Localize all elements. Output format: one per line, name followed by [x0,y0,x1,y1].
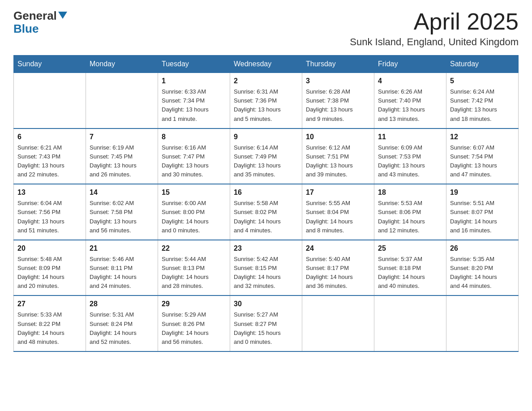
calendar-cell: 14Sunrise: 6:02 AM Sunset: 7:58 PM Dayli… [86,184,158,240]
calendar-week-2: 6Sunrise: 6:21 AM Sunset: 7:43 PM Daylig… [14,128,519,184]
day-number: 13 [17,187,82,198]
day-info: Sunrise: 6:04 AM Sunset: 7:56 PM Dayligh… [17,199,82,235]
calendar-cell [14,73,86,128]
day-info: Sunrise: 5:40 AM Sunset: 8:17 PM Dayligh… [306,255,370,291]
calendar-cell: 2Sunrise: 6:31 AM Sunset: 7:36 PM Daylig… [230,73,302,128]
calendar-cell: 19Sunrise: 5:51 AM Sunset: 8:07 PM Dayli… [446,184,519,240]
day-info: Sunrise: 5:48 AM Sunset: 8:09 PM Dayligh… [17,255,82,291]
calendar-cell: 8Sunrise: 6:16 AM Sunset: 7:47 PM Daylig… [158,128,230,184]
day-number: 8 [162,132,226,142]
day-number: 5 [450,76,515,86]
calendar-cell: 24Sunrise: 5:40 AM Sunset: 8:17 PM Dayli… [302,240,374,296]
calendar-cell: 11Sunrise: 6:09 AM Sunset: 7:53 PM Dayli… [374,128,446,184]
day-number: 17 [306,187,370,198]
calendar-cell: 9Sunrise: 6:14 AM Sunset: 7:49 PM Daylig… [230,128,302,184]
calendar-week-1: 1Sunrise: 6:33 AM Sunset: 7:34 PM Daylig… [14,73,519,128]
day-info: Sunrise: 5:53 AM Sunset: 8:06 PM Dayligh… [378,199,442,235]
calendar-cell: 7Sunrise: 6:19 AM Sunset: 7:45 PM Daylig… [86,128,158,184]
calendar-table: SundayMondayTuesdayWednesdayThursdayFrid… [13,55,519,352]
calendar-week-3: 13Sunrise: 6:04 AM Sunset: 7:56 PM Dayli… [14,184,519,240]
day-number: 7 [90,132,154,142]
day-info: Sunrise: 5:42 AM Sunset: 8:15 PM Dayligh… [234,255,298,291]
logo-general-text: General [13,9,57,23]
day-number: 26 [450,243,515,254]
calendar-header-row: SundayMondayTuesdayWednesdayThursdayFrid… [14,56,519,73]
calendar-cell: 25Sunrise: 5:37 AM Sunset: 8:18 PM Dayli… [374,240,446,296]
calendar-cell: 3Sunrise: 6:28 AM Sunset: 7:38 PM Daylig… [302,73,374,128]
day-info: Sunrise: 5:35 AM Sunset: 8:20 PM Dayligh… [450,255,515,291]
calendar-cell: 5Sunrise: 6:24 AM Sunset: 7:42 PM Daylig… [446,73,519,128]
day-info: Sunrise: 5:55 AM Sunset: 8:04 PM Dayligh… [306,199,370,235]
day-number: 25 [378,243,442,254]
day-info: Sunrise: 6:00 AM Sunset: 8:00 PM Dayligh… [162,199,226,235]
day-info: Sunrise: 6:21 AM Sunset: 7:43 PM Dayligh… [17,143,82,180]
day-info: Sunrise: 6:07 AM Sunset: 7:54 PM Dayligh… [450,143,515,180]
calendar-cell: 15Sunrise: 6:00 AM Sunset: 8:00 PM Dayli… [158,184,230,240]
day-info: Sunrise: 6:12 AM Sunset: 7:51 PM Dayligh… [306,143,370,180]
page-header: General Blue April 2025 Sunk Island, Eng… [13,9,519,48]
calendar-header-wednesday: Wednesday [230,56,302,73]
day-info: Sunrise: 6:28 AM Sunset: 7:38 PM Dayligh… [306,87,370,124]
day-number: 15 [162,187,226,198]
calendar-header-friday: Friday [374,56,446,73]
day-info: Sunrise: 5:58 AM Sunset: 8:02 PM Dayligh… [234,199,298,235]
day-info: Sunrise: 6:24 AM Sunset: 7:42 PM Dayligh… [450,87,515,124]
calendar-cell: 22Sunrise: 5:44 AM Sunset: 8:13 PM Dayli… [158,240,230,296]
calendar-cell: 21Sunrise: 5:46 AM Sunset: 8:11 PM Dayli… [86,240,158,296]
day-number: 11 [378,132,442,142]
day-number: 23 [234,243,298,254]
day-info: Sunrise: 5:37 AM Sunset: 8:18 PM Dayligh… [378,255,442,291]
calendar-header-saturday: Saturday [446,56,519,73]
calendar-cell: 27Sunrise: 5:33 AM Sunset: 8:22 PM Dayli… [14,295,86,351]
calendar-cell [446,295,519,351]
calendar-cell: 28Sunrise: 5:31 AM Sunset: 8:24 PM Dayli… [86,295,158,351]
day-number: 24 [306,243,370,254]
day-number: 4 [378,76,442,86]
calendar-header-monday: Monday [86,56,158,73]
logo-triangle-icon [58,12,67,19]
calendar-cell: 16Sunrise: 5:58 AM Sunset: 8:02 PM Dayli… [230,184,302,240]
day-number: 18 [378,187,442,198]
day-number: 1 [162,76,226,86]
calendar-cell: 17Sunrise: 5:55 AM Sunset: 8:04 PM Dayli… [302,184,374,240]
calendar-header-thursday: Thursday [302,56,374,73]
day-number: 20 [17,243,82,254]
day-info: Sunrise: 6:33 AM Sunset: 7:34 PM Dayligh… [162,87,226,124]
day-info: Sunrise: 5:31 AM Sunset: 8:24 PM Dayligh… [90,310,154,347]
day-info: Sunrise: 6:16 AM Sunset: 7:47 PM Dayligh… [162,143,226,180]
calendar-cell: 13Sunrise: 6:04 AM Sunset: 7:56 PM Dayli… [14,184,86,240]
day-info: Sunrise: 6:26 AM Sunset: 7:40 PM Dayligh… [378,87,442,124]
logo-blue-text: Blue [13,22,67,36]
day-number: 12 [450,132,515,142]
calendar-cell: 18Sunrise: 5:53 AM Sunset: 8:06 PM Dayli… [374,184,446,240]
day-number: 3 [306,76,370,86]
day-number: 16 [234,187,298,198]
logo: General Blue [13,9,67,36]
day-number: 6 [17,132,82,142]
calendar-header-sunday: Sunday [14,56,86,73]
day-info: Sunrise: 5:51 AM Sunset: 8:07 PM Dayligh… [450,199,515,235]
day-number: 29 [162,299,226,309]
calendar-week-4: 20Sunrise: 5:48 AM Sunset: 8:09 PM Dayli… [14,240,519,296]
day-info: Sunrise: 5:46 AM Sunset: 8:11 PM Dayligh… [90,255,154,291]
calendar-week-5: 27Sunrise: 5:33 AM Sunset: 8:22 PM Dayli… [14,295,519,351]
calendar-header-tuesday: Tuesday [158,56,230,73]
day-info: Sunrise: 6:09 AM Sunset: 7:53 PM Dayligh… [378,143,442,180]
calendar-cell: 12Sunrise: 6:07 AM Sunset: 7:54 PM Dayli… [446,128,519,184]
day-number: 14 [90,187,154,198]
calendar-cell: 6Sunrise: 6:21 AM Sunset: 7:43 PM Daylig… [14,128,86,184]
calendar-cell [374,295,446,351]
day-number: 19 [450,187,515,198]
calendar-cell: 29Sunrise: 5:29 AM Sunset: 8:26 PM Dayli… [158,295,230,351]
day-number: 2 [234,76,298,86]
day-info: Sunrise: 5:33 AM Sunset: 8:22 PM Dayligh… [17,310,82,347]
day-info: Sunrise: 6:02 AM Sunset: 7:58 PM Dayligh… [90,199,154,235]
calendar-cell [302,295,374,351]
calendar-cell [86,73,158,128]
day-number: 22 [162,243,226,254]
day-number: 9 [234,132,298,142]
day-number: 27 [17,299,82,309]
month-title: April 2025 [350,9,519,34]
day-number: 28 [90,299,154,309]
calendar-cell: 4Sunrise: 6:26 AM Sunset: 7:40 PM Daylig… [374,73,446,128]
